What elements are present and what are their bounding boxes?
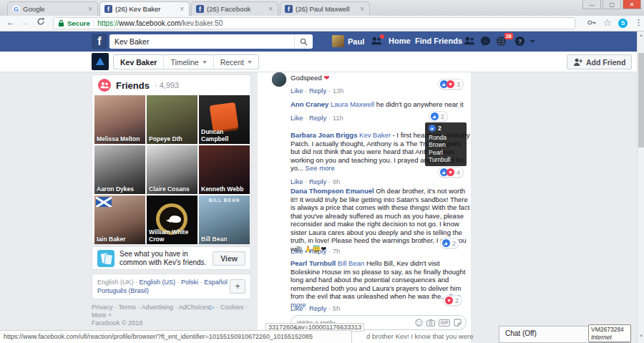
skype-extension-icon[interactable]: S xyxy=(618,19,628,28)
recent-dropdown[interactable]: Recent xyxy=(214,55,258,69)
footer-link-adchoices[interactable]: AdChoices xyxy=(178,304,210,311)
facebook-search[interactable] xyxy=(109,34,313,49)
window-maximize-button[interactable]: ▢ xyxy=(602,0,621,9)
camera-icon[interactable] xyxy=(426,319,435,327)
tab-paul-maxwell[interactable]: f (26) Paul Maxwell × xyxy=(280,1,370,16)
messenger-icon[interactable] xyxy=(480,36,492,47)
nav-home[interactable]: Home xyxy=(389,37,411,45)
window-close-button[interactable]: ✕ xyxy=(623,0,641,9)
like-link[interactable]: Like xyxy=(291,114,303,122)
mention-link[interactable]: Bill Bean xyxy=(338,259,365,267)
friend-tile[interactable]: William White Crow xyxy=(147,195,197,244)
see-more-link[interactable]: See more xyxy=(306,164,335,172)
kev-baker-avatar[interactable] xyxy=(92,53,109,70)
scroll-up-icon[interactable]: ▲ xyxy=(638,33,644,37)
commenter-name-link[interactable]: Dana Thompson Emanuel xyxy=(291,187,374,195)
scrollbar[interactable]: ▲ ▼ xyxy=(637,32,644,343)
timestamp-link[interactable]: 13h xyxy=(333,87,344,95)
reactions-pill[interactable]: 2 xyxy=(429,111,448,122)
tab-facebook[interactable]: f (26) Facebook × xyxy=(191,1,278,16)
bookmark-star-icon[interactable]: ☆ xyxy=(603,17,612,28)
add-language-button[interactable]: + xyxy=(230,279,245,294)
nav-find-friends[interactable]: Find Friends xyxy=(415,37,462,45)
friend-tile[interactable]: Duncan Campbell xyxy=(199,95,250,144)
timestamp-link[interactable]: 11h xyxy=(333,114,343,122)
reactions-pill[interactable]: ♥ 4 xyxy=(438,167,464,178)
like-link[interactable]: Like xyxy=(291,247,303,255)
language-link[interactable]: English (US) xyxy=(140,279,176,286)
reactions-pill[interactable]: ♥ 3 xyxy=(438,79,464,90)
commenter-name-link[interactable]: Ann Craney xyxy=(291,100,328,108)
language-link[interactable]: Português (Brasil) xyxy=(97,287,149,294)
friend-tile[interactable]: Claire Cosans xyxy=(147,145,197,194)
like-link[interactable]: Like xyxy=(291,178,303,185)
gif-icon[interactable]: GIF xyxy=(439,319,450,327)
notifications-globe-icon[interactable]: 26 xyxy=(496,36,508,47)
friend-name: Popeye Dth xyxy=(149,136,196,143)
footer-link-more[interactable]: More xyxy=(92,311,107,319)
timestamp-link[interactable]: 7h xyxy=(333,247,341,255)
reactions-pill[interactable]: ♥ 2 xyxy=(443,295,462,306)
friends-title[interactable]: Friends xyxy=(116,80,150,91)
like-link[interactable]: Like xyxy=(291,87,303,95)
window-minimize-button[interactable]: — xyxy=(582,0,601,9)
address-bar[interactable]: Secure | https://www.facebook.com/kev.ba… xyxy=(53,17,575,29)
reload-button[interactable] xyxy=(34,17,47,28)
language-link[interactable]: Español xyxy=(204,279,228,286)
reply-link[interactable]: Reply xyxy=(309,247,326,255)
facebook-logo[interactable]: f xyxy=(92,34,107,49)
password-key-icon[interactable] xyxy=(587,18,596,29)
footer-link-cookies[interactable]: Cookies xyxy=(220,304,244,311)
comment-actions: Like · Reply · 5h xyxy=(291,304,340,312)
friend-tile[interactable]: BILL BEANBill Bean xyxy=(199,195,250,244)
timestamp-link[interactable]: 9h xyxy=(333,178,341,185)
search-input[interactable] xyxy=(109,37,294,46)
footer-link-privacy[interactable]: Privacy xyxy=(92,304,113,311)
help-icon[interactable]: ? xyxy=(514,36,527,47)
footer-link-advertising[interactable]: Advertising xyxy=(141,304,173,311)
footer-link-terms[interactable]: Terms xyxy=(118,304,136,311)
copyright: Facebook © 2018 xyxy=(92,319,142,327)
add-friend-button[interactable]: Add Friend xyxy=(567,54,632,69)
forward-button[interactable]: → xyxy=(19,17,31,27)
friend-requests-icon[interactable] xyxy=(371,36,383,47)
like-link[interactable]: Like xyxy=(291,304,303,312)
profile-name-button[interactable]: Kev Baker xyxy=(114,55,164,69)
tab-close-icon[interactable]: × xyxy=(359,6,365,13)
friend-tile[interactable]: Iain Baker xyxy=(94,195,145,244)
search-button[interactable] xyxy=(294,34,313,49)
tab-close-icon[interactable]: × xyxy=(179,6,185,13)
timestamp-link[interactable]: 5h xyxy=(333,304,341,312)
reply-link[interactable]: Reply xyxy=(309,114,326,122)
sticker-icon[interactable] xyxy=(454,319,462,327)
profile-shortcut[interactable]: Paul xyxy=(332,35,364,47)
comment-options-icon[interactable]: ... xyxy=(455,102,463,110)
reply-link[interactable]: Reply xyxy=(309,304,326,312)
scroll-down-icon[interactable]: ▼ xyxy=(638,334,644,338)
tab-kev-baker[interactable]: f (26) Kev Baker × xyxy=(99,1,190,16)
tab-google[interactable]: G Google × xyxy=(7,1,98,16)
friends-jewel-icon[interactable] xyxy=(464,36,476,47)
friend-tile[interactable]: Aaron Dykes xyxy=(94,145,145,194)
view-button[interactable]: View xyxy=(213,251,245,266)
timeline-dropdown[interactable]: Timeline xyxy=(164,55,213,69)
tab-close-icon[interactable]: × xyxy=(87,6,93,13)
mention-link[interactable]: Kev Baker xyxy=(359,131,391,139)
emoji-icon[interactable] xyxy=(415,319,423,327)
commenter-name-link[interactable]: Pearl Turnbull xyxy=(291,259,336,267)
reply-link[interactable]: Reply xyxy=(309,87,326,95)
account-menu-caret-icon[interactable] xyxy=(530,40,535,43)
mention-link[interactable]: Laura Maxwell xyxy=(331,100,374,108)
language-link[interactable]: Polski xyxy=(181,279,198,286)
friend-tile[interactable]: Popeye Dth xyxy=(147,95,197,144)
friend-tile[interactable]: Kenneth Webb xyxy=(199,145,250,194)
scrollbar-thumb[interactable] xyxy=(638,53,644,148)
browser-menu-icon[interactable]: ⋮ xyxy=(635,18,643,27)
friend-tile[interactable]: Melissa Melton xyxy=(94,95,145,144)
commenter-name-link[interactable]: Barbara Joan Briggs xyxy=(291,131,357,139)
tab-close-icon[interactable]: × xyxy=(268,6,273,13)
reactions-pill[interactable]: 2 xyxy=(440,238,459,248)
avatar[interactable] xyxy=(272,72,286,87)
back-button[interactable]: ← xyxy=(4,17,17,27)
reply-link[interactable]: Reply xyxy=(309,178,326,185)
